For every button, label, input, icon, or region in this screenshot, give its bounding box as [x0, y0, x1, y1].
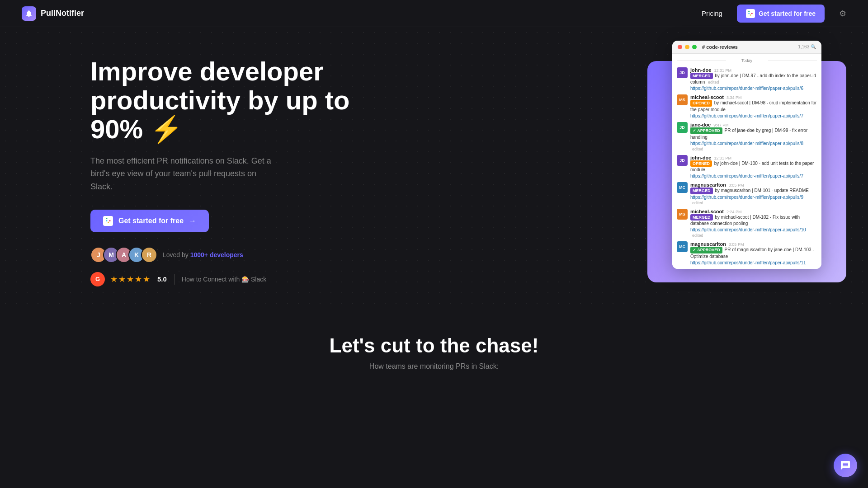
hero-title: Improve developer productivity by up to … [90, 57, 353, 143]
msg-time: 3:05 PM [729, 183, 744, 188]
msg-text: ✓ APPROVED PR of magnuscarlton by jane-d… [690, 247, 817, 260]
window-minimize [685, 45, 689, 49]
msg-time: 3:05 PM [729, 242, 744, 247]
tag-approved: ✓ APPROVED [690, 247, 722, 253]
tag-merged: MERGED [690, 73, 713, 80]
nav-cta-label: Get started for free [759, 10, 816, 17]
msg-time: 2:24 PM [726, 210, 742, 214]
message-body: jane-doe 9:47 PM ✓ APPROVED PR of jane-d… [690, 122, 817, 151]
slack-meta: 1,163 🔍 [798, 44, 816, 49]
avatar-group: J M A K R [90, 247, 157, 263]
nav-cta-button[interactable]: Get started for free [737, 5, 825, 23]
slack-message: MS micheal-scoot 3:34 PM OPENED by micha… [677, 94, 817, 118]
msg-link[interactable]: https://github.com/repos/dunder-mifflen/… [690, 174, 803, 178]
slack-message: JD john-doe 12:31 PM OPENED by john-doe … [677, 155, 817, 179]
tag-merged: MERGED [690, 214, 713, 221]
msg-text: OPENED by john-doe | DM-100 - add unit t… [690, 160, 817, 174]
slack-header: # code-reviews 1,163 🔍 [672, 41, 821, 54]
msg-username: magnuscarlton [690, 182, 726, 188]
bottom-title: Let's cut to the chase! [22, 334, 846, 357]
star-4: ★ [135, 274, 142, 284]
user-avatar: JD [677, 67, 688, 78]
window-close [678, 45, 682, 49]
lightning-emoji: ⚡ [150, 114, 183, 144]
slack-icon [746, 9, 755, 18]
msg-time: 12:31 PM [714, 156, 731, 160]
hero-description: The most efficient PR notifications on S… [90, 155, 280, 193]
tag-opened: OPENED [690, 100, 712, 107]
slack-message: MC magnuscarlton 3:05 PM ✓ APPROVED PR o… [677, 241, 817, 265]
message-body: john-doe 12:31 PM MERGED by john-doe | D… [690, 67, 817, 91]
msg-username: micheal-scoot [690, 94, 724, 100]
msg-username: john-doe [690, 67, 711, 73]
msg-link[interactable]: https://github.com/repos/dunder-mifflen/… [690, 86, 803, 91]
window-maximize [692, 45, 697, 49]
user-avatar: MC [677, 182, 688, 193]
message-body: micheal-scoot 3:34 PM OPENED by michael-… [690, 94, 817, 118]
tag-opened: OPENED [690, 160, 712, 167]
message-body: john-doe 12:31 PM OPENED by john-doe | D… [690, 155, 817, 179]
hero-cta-button[interactable]: Get started for free → [90, 210, 209, 232]
connect-slack-text[interactable]: How to Connect with 🎰 Slack [182, 276, 266, 283]
slack-mock-window: # code-reviews 1,163 🔍 Today JD john-doe… [672, 41, 821, 269]
developers-link[interactable]: 1000+ developers [190, 251, 243, 258]
settings-icon[interactable]: ⚙ [839, 9, 846, 19]
hero-left: Improve developer productivity by up to … [90, 57, 353, 286]
msg-username: jane-doe [690, 122, 711, 127]
slack-icon-hero [103, 216, 113, 226]
user-avatar: JD [677, 122, 688, 133]
message-body: magnuscarlton 3:05 PM MERGED by magnusca… [690, 182, 817, 205]
tag-approved: ✓ APPROVED [690, 127, 722, 134]
msg-time: 3:34 PM [726, 95, 742, 100]
divider [174, 274, 175, 285]
chat-button[interactable] [834, 454, 857, 477]
tag-merged: MERGED [690, 188, 713, 194]
msg-username: magnuscarlton [690, 241, 726, 247]
logo-icon [22, 6, 36, 21]
logo[interactable]: PullNotifier [22, 6, 84, 21]
loved-text: Loved by 1000+ developers [163, 251, 243, 258]
nav-right: Pricing Get started for free ⚙ [702, 5, 846, 23]
msg-link[interactable]: https://github.com/repos/dunder-mifflen/… [690, 113, 803, 118]
star-2: ★ [118, 274, 126, 284]
channel-name: # code-reviews [702, 44, 738, 50]
msg-link[interactable]: https://github.com/repos/dunder-mifflen/… [690, 227, 806, 232]
msg-text: OPENED by michael-scoot | DM-98 - crud i… [690, 100, 817, 113]
social-proof: J M A K R Loved by 1000+ developers [90, 247, 353, 263]
hero-section: Improve developer productivity by up to … [0, 27, 868, 307]
slack-message: JD jane-doe 9:47 PM ✓ APPROVED PR of jan… [677, 122, 817, 151]
msg-username: micheal-scoot [690, 209, 724, 214]
msg-text: MERGED by john-doe | DM-97 - add db inde… [690, 73, 817, 86]
msg-link[interactable]: https://github.com/repos/dunder-mifflen/… [690, 195, 803, 200]
msg-text: MERGED by michael-scoot | DM-102 - Fix i… [690, 214, 817, 227]
g2-badge: G [90, 272, 105, 286]
star-3: ★ [127, 274, 134, 284]
slack-message: MC magnuscarlton 3:05 PM MERGED by magnu… [677, 182, 817, 205]
star-5: ★ [143, 274, 150, 284]
navbar: PullNotifier Pricing Get started for fre… [0, 0, 868, 27]
hero-illustration: SEAMLESS INTEGRATION # code-reviews 1,16… [647, 61, 846, 282]
user-avatar: MS [677, 94, 688, 105]
user-avatar: MS [677, 209, 688, 220]
pricing-link[interactable]: Pricing [702, 9, 722, 17]
arrow-icon: → [189, 217, 196, 225]
slack-message: MS micheal-scoot 2:24 PM MERGED by micha… [677, 209, 817, 238]
msg-time: 12:31 PM [714, 68, 731, 73]
day-divider: Today [677, 58, 817, 63]
hero-right: SEAMLESS INTEGRATION # code-reviews 1,16… [353, 61, 846, 282]
user-avatar: JD [677, 155, 688, 166]
bottom-description: How teams are monitoring PRs in Slack: [22, 362, 846, 371]
bottom-section: Let's cut to the chase! How teams are mo… [0, 307, 868, 389]
avatar: R [141, 247, 157, 263]
rating-row: G ★ ★ ★ ★ ★ 5.0 How to Connect with 🎰 Sl… [90, 272, 353, 286]
star-rating: ★ ★ ★ ★ ★ [110, 274, 150, 284]
slack-message: JD john-doe 12:31 PM MERGED by john-doe … [677, 67, 817, 91]
message-body: micheal-scoot 2:24 PM MERGED by michael-… [690, 209, 817, 238]
message-body: magnuscarlton 3:05 PM ✓ APPROVED PR of m… [690, 241, 817, 265]
msg-text: MERGED by magnuscarlton | DM-101 - updat… [690, 188, 817, 194]
rating-number: 5.0 [157, 275, 167, 283]
msg-link[interactable]: https://github.com/repos/dunder-mifflen/… [690, 141, 803, 146]
hero-cta-label: Get started for free [118, 217, 184, 225]
user-avatar: MC [677, 241, 688, 252]
msg-link[interactable]: https://github.com/repos/dunder-mifflen/… [690, 260, 806, 265]
